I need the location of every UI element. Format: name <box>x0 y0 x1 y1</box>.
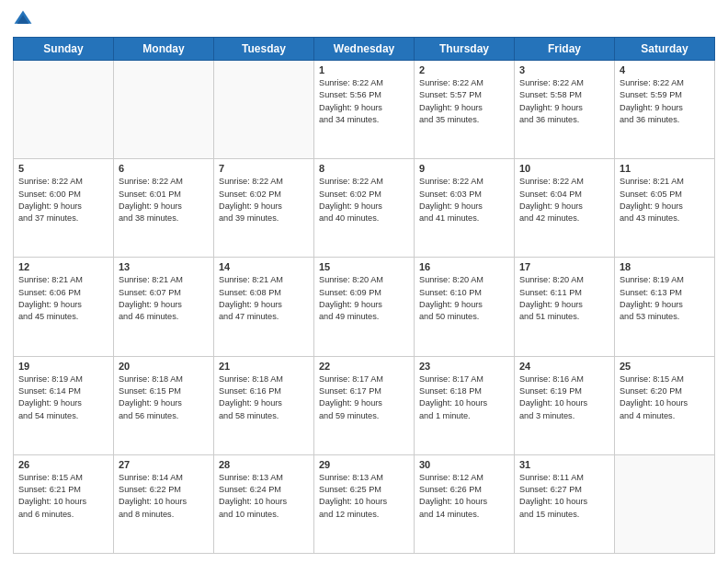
day-number: 3 <box>519 64 609 75</box>
day-info: Sunrise: 8:22 AM Sunset: 6:04 PM Dayligh… <box>519 176 609 224</box>
day-info: Sunrise: 8:21 AM Sunset: 6:05 PM Dayligh… <box>620 176 710 224</box>
day-number: 25 <box>620 361 710 372</box>
day-number: 13 <box>119 261 209 272</box>
day-number: 18 <box>620 261 710 272</box>
day-number: 28 <box>219 459 309 470</box>
day-number: 12 <box>18 261 108 272</box>
calendar-cell: 14Sunrise: 8:21 AM Sunset: 6:08 PM Dayli… <box>214 258 314 356</box>
day-number: 2 <box>419 64 509 75</box>
calendar-cell: 11Sunrise: 8:21 AM Sunset: 6:05 PM Dayli… <box>615 159 715 258</box>
calendar-cell: 28Sunrise: 8:13 AM Sunset: 6:24 PM Dayli… <box>214 454 314 553</box>
calendar-week-5: 26Sunrise: 8:15 AM Sunset: 6:21 PM Dayli… <box>14 454 715 553</box>
day-info: Sunrise: 8:13 AM Sunset: 6:25 PM Dayligh… <box>319 472 409 521</box>
day-info: Sunrise: 8:20 AM Sunset: 6:11 PM Dayligh… <box>519 274 609 323</box>
calendar-cell: 9Sunrise: 8:22 AM Sunset: 6:03 PM Daylig… <box>415 159 515 258</box>
day-info: Sunrise: 8:11 AM Sunset: 6:27 PM Dayligh… <box>519 472 609 521</box>
day-info: Sunrise: 8:12 AM Sunset: 6:26 PM Dayligh… <box>419 472 509 521</box>
day-number: 5 <box>18 163 108 174</box>
calendar-cell: 25Sunrise: 8:15 AM Sunset: 6:20 PM Dayli… <box>615 356 715 454</box>
calendar-cell: 15Sunrise: 8:20 AM Sunset: 6:09 PM Dayli… <box>314 258 415 356</box>
day-number: 26 <box>18 459 108 470</box>
calendar-header-sunday: Sunday <box>14 38 114 61</box>
calendar-table: SundayMondayTuesdayWednesdayThursdayFrid… <box>13 37 715 554</box>
day-number: 9 <box>419 163 509 174</box>
day-info: Sunrise: 8:18 AM Sunset: 6:15 PM Dayligh… <box>119 373 209 422</box>
calendar-cell <box>214 61 314 159</box>
day-info: Sunrise: 8:22 AM Sunset: 6:02 PM Dayligh… <box>219 176 309 224</box>
day-number: 10 <box>519 163 609 174</box>
day-number: 30 <box>419 459 509 470</box>
calendar-cell: 24Sunrise: 8:16 AM Sunset: 6:19 PM Dayli… <box>515 356 615 454</box>
logo-icon <box>13 9 33 29</box>
calendar-cell: 13Sunrise: 8:21 AM Sunset: 6:07 PM Dayli… <box>114 258 214 356</box>
calendar-cell: 1Sunrise: 8:22 AM Sunset: 5:56 PM Daylig… <box>314 61 415 159</box>
day-info: Sunrise: 8:17 AM Sunset: 6:18 PM Dayligh… <box>419 373 509 422</box>
day-info: Sunrise: 8:21 AM Sunset: 6:08 PM Dayligh… <box>219 274 309 323</box>
calendar-cell <box>114 61 214 159</box>
calendar-header-saturday: Saturday <box>615 38 715 61</box>
day-number: 7 <box>219 163 309 174</box>
day-number: 4 <box>620 64 710 75</box>
day-number: 14 <box>219 261 309 272</box>
day-info: Sunrise: 8:20 AM Sunset: 6:10 PM Dayligh… <box>419 274 509 323</box>
day-number: 15 <box>319 261 409 272</box>
calendar-header-friday: Friday <box>515 38 615 61</box>
calendar-cell: 2Sunrise: 8:22 AM Sunset: 5:57 PM Daylig… <box>415 61 515 159</box>
calendar-cell: 16Sunrise: 8:20 AM Sunset: 6:10 PM Dayli… <box>415 258 515 356</box>
calendar-cell <box>14 61 114 159</box>
day-info: Sunrise: 8:14 AM Sunset: 6:22 PM Dayligh… <box>119 472 209 521</box>
day-info: Sunrise: 8:22 AM Sunset: 6:01 PM Dayligh… <box>119 176 209 224</box>
day-number: 11 <box>620 163 710 174</box>
calendar-cell: 21Sunrise: 8:18 AM Sunset: 6:16 PM Dayli… <box>214 356 314 454</box>
day-info: Sunrise: 8:18 AM Sunset: 6:16 PM Dayligh… <box>219 373 309 422</box>
day-info: Sunrise: 8:21 AM Sunset: 6:06 PM Dayligh… <box>18 274 108 323</box>
calendar-cell: 6Sunrise: 8:22 AM Sunset: 6:01 PM Daylig… <box>114 159 214 258</box>
day-info: Sunrise: 8:22 AM Sunset: 5:59 PM Dayligh… <box>620 77 710 126</box>
calendar-cell <box>615 454 715 553</box>
day-number: 19 <box>18 361 108 372</box>
day-number: 17 <box>519 261 609 272</box>
calendar-cell: 29Sunrise: 8:13 AM Sunset: 6:25 PM Dayli… <box>314 454 415 553</box>
day-info: Sunrise: 8:19 AM Sunset: 6:14 PM Dayligh… <box>18 373 108 422</box>
calendar-cell: 23Sunrise: 8:17 AM Sunset: 6:18 PM Dayli… <box>415 356 515 454</box>
day-info: Sunrise: 8:21 AM Sunset: 6:07 PM Dayligh… <box>119 274 209 323</box>
calendar-cell: 30Sunrise: 8:12 AM Sunset: 6:26 PM Dayli… <box>415 454 515 553</box>
day-info: Sunrise: 8:15 AM Sunset: 6:21 PM Dayligh… <box>18 472 108 521</box>
calendar-header-monday: Monday <box>114 38 214 61</box>
day-number: 6 <box>119 163 209 174</box>
day-info: Sunrise: 8:16 AM Sunset: 6:19 PM Dayligh… <box>519 373 609 422</box>
calendar-week-4: 19Sunrise: 8:19 AM Sunset: 6:14 PM Dayli… <box>14 356 715 454</box>
calendar-cell: 26Sunrise: 8:15 AM Sunset: 6:21 PM Dayli… <box>14 454 114 553</box>
logo <box>13 9 37 29</box>
day-number: 20 <box>119 361 209 372</box>
day-number: 23 <box>419 361 509 372</box>
calendar-cell: 8Sunrise: 8:22 AM Sunset: 6:02 PM Daylig… <box>314 159 415 258</box>
header <box>13 9 715 29</box>
calendar-cell: 19Sunrise: 8:19 AM Sunset: 6:14 PM Dayli… <box>14 356 114 454</box>
calendar-cell: 7Sunrise: 8:22 AM Sunset: 6:02 PM Daylig… <box>214 159 314 258</box>
calendar-cell: 27Sunrise: 8:14 AM Sunset: 6:22 PM Dayli… <box>114 454 214 553</box>
day-info: Sunrise: 8:22 AM Sunset: 5:57 PM Dayligh… <box>419 77 509 126</box>
calendar-cell: 20Sunrise: 8:18 AM Sunset: 6:15 PM Dayli… <box>114 356 214 454</box>
calendar-cell: 22Sunrise: 8:17 AM Sunset: 6:17 PM Dayli… <box>314 356 415 454</box>
calendar-cell: 18Sunrise: 8:19 AM Sunset: 6:13 PM Dayli… <box>615 258 715 356</box>
calendar-header-thursday: Thursday <box>415 38 515 61</box>
day-info: Sunrise: 8:22 AM Sunset: 5:58 PM Dayligh… <box>519 77 609 126</box>
calendar-header-row: SundayMondayTuesdayWednesdayThursdayFrid… <box>14 38 715 61</box>
calendar-week-3: 12Sunrise: 8:21 AM Sunset: 6:06 PM Dayli… <box>14 258 715 356</box>
day-number: 31 <box>519 459 609 470</box>
day-info: Sunrise: 8:17 AM Sunset: 6:17 PM Dayligh… <box>319 373 409 422</box>
calendar-cell: 10Sunrise: 8:22 AM Sunset: 6:04 PM Dayli… <box>515 159 615 258</box>
calendar-cell: 17Sunrise: 8:20 AM Sunset: 6:11 PM Dayli… <box>515 258 615 356</box>
day-info: Sunrise: 8:22 AM Sunset: 6:00 PM Dayligh… <box>18 176 108 224</box>
calendar-cell: 3Sunrise: 8:22 AM Sunset: 5:58 PM Daylig… <box>515 61 615 159</box>
day-info: Sunrise: 8:22 AM Sunset: 5:56 PM Dayligh… <box>319 77 409 126</box>
day-info: Sunrise: 8:19 AM Sunset: 6:13 PM Dayligh… <box>620 274 710 323</box>
day-info: Sunrise: 8:22 AM Sunset: 6:03 PM Dayligh… <box>419 176 509 224</box>
day-number: 27 <box>119 459 209 470</box>
calendar-week-2: 5Sunrise: 8:22 AM Sunset: 6:00 PM Daylig… <box>14 159 715 258</box>
day-number: 22 <box>319 361 409 372</box>
calendar-cell: 4Sunrise: 8:22 AM Sunset: 5:59 PM Daylig… <box>615 61 715 159</box>
day-number: 24 <box>519 361 609 372</box>
day-number: 16 <box>419 261 509 272</box>
